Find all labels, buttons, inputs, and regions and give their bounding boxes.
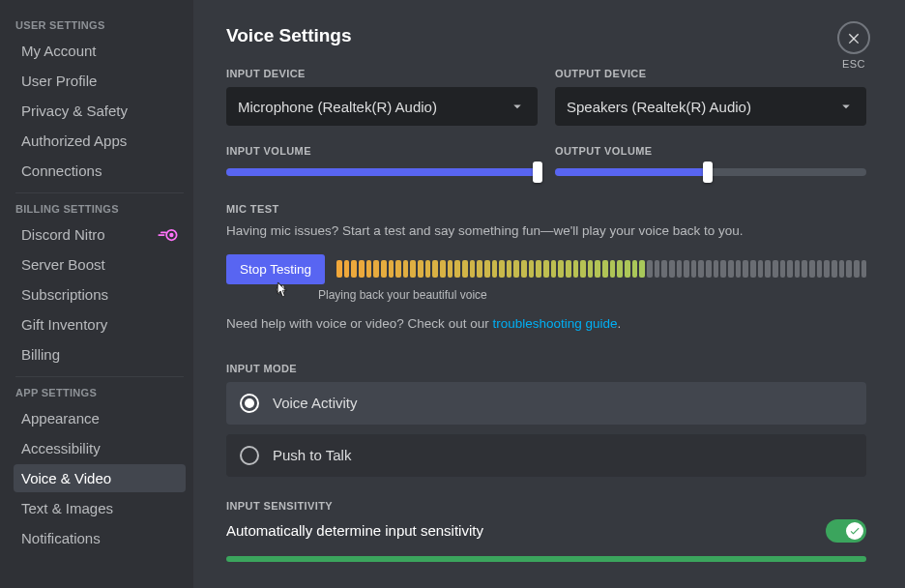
meter-segment <box>669 260 675 278</box>
meter-segment <box>425 260 431 278</box>
output-device-select[interactable]: Speakers (Realtek(R) Audio) <box>555 87 866 126</box>
sidebar-item-appearance[interactable]: Appearance <box>14 404 186 432</box>
slider-thumb[interactable] <box>703 162 713 183</box>
meter-segment <box>344 260 350 278</box>
meter-segment <box>499 260 505 278</box>
mic-test-helper: Having mic issues? Start a test and say … <box>226 222 866 241</box>
sidebar-item-label: Notifications <box>21 530 101 546</box>
sidebar-item-notifications[interactable]: Notifications <box>14 524 186 552</box>
input-mode-voice-activity[interactable]: Voice Activity <box>226 382 866 425</box>
troubleshooting-link[interactable]: troubleshooting guide <box>492 316 617 331</box>
meter-segment <box>691 260 697 278</box>
meter-segment <box>720 260 726 278</box>
sidebar-item-accessibility[interactable]: Accessibility <box>14 434 186 462</box>
close-button[interactable]: ESC <box>837 21 870 70</box>
meter-segment <box>861 260 867 278</box>
radio-label: Push to Talk <box>273 447 351 463</box>
meter-segment <box>625 260 630 278</box>
meter-segment <box>787 260 793 278</box>
meter-segment <box>809 260 815 278</box>
stop-testing-button[interactable]: Stop Testing <box>226 254 325 284</box>
input-volume-label: Input Volume <box>226 145 538 157</box>
meter-segment <box>381 260 387 278</box>
meter-segment <box>336 260 342 278</box>
meter-segment <box>492 260 498 278</box>
meter-segment <box>588 260 594 278</box>
meter-segment <box>750 260 756 278</box>
sidebar-item-label: Connections <box>21 162 102 179</box>
slider-thumb[interactable] <box>533 162 542 183</box>
meter-segment <box>373 260 379 278</box>
meter-segment <box>684 260 689 278</box>
sidebar-item-label: Discord Nitro <box>21 226 105 243</box>
meter-segment <box>765 260 771 278</box>
meter-segment <box>418 260 423 278</box>
meter-segment <box>395 260 401 278</box>
sidebar-item-label: Accessibility <box>21 440 101 456</box>
sidebar-item-text-images[interactable]: Text & Images <box>14 494 186 522</box>
meter-segment <box>817 260 823 278</box>
meter-segment <box>714 260 719 278</box>
sidebar-item-label: User Profile <box>21 73 97 89</box>
meter-segment <box>432 260 438 278</box>
sidebar-item-gift-inventory[interactable]: Gift Inventory <box>14 310 186 338</box>
sidebar-item-my-account[interactable]: My Account <box>14 37 186 65</box>
meter-segment <box>366 260 372 278</box>
meter-segment <box>573 260 579 278</box>
radio-icon <box>240 394 259 413</box>
sidebar-item-label: Subscriptions <box>21 286 108 303</box>
meter-segment <box>359 260 365 278</box>
mic-test-label: Mic Test <box>226 203 866 215</box>
meter-segment <box>521 260 527 278</box>
meter-segment <box>832 260 837 278</box>
sidebar-section-header: User Settings <box>14 19 186 37</box>
sidebar-item-label: Appearance <box>21 410 100 426</box>
meter-segment <box>507 260 512 278</box>
input-volume-slider[interactable] <box>226 168 538 176</box>
meter-segment <box>410 260 416 278</box>
settings-sidebar: User SettingsMy AccountUser ProfilePriva… <box>0 0 193 588</box>
meter-segment <box>543 260 549 278</box>
meter-segment <box>802 260 807 278</box>
meter-segment <box>846 260 852 278</box>
meter-segment <box>529 260 535 278</box>
auto-sensitivity-label: Automatically determine input sensitivit… <box>226 522 483 539</box>
meter-segment <box>513 260 519 278</box>
sidebar-item-authorized-apps[interactable]: Authorized Apps <box>14 127 186 155</box>
meter-segment <box>839 260 845 278</box>
meter-segment <box>484 260 490 278</box>
sidebar-item-subscriptions[interactable]: Subscriptions <box>14 280 186 309</box>
sidebar-item-billing[interactable]: Billing <box>14 340 186 368</box>
auto-sensitivity-toggle[interactable] <box>826 519 866 543</box>
meter-segment <box>566 260 571 278</box>
meter-segment <box>780 260 786 278</box>
input-mode-push-to-talk[interactable]: Push to Talk <box>226 434 866 477</box>
meter-segment <box>403 260 409 278</box>
sidebar-item-voice-video[interactable]: Voice & Video <box>14 464 186 492</box>
meter-segment <box>610 260 616 278</box>
sidebar-item-label: Privacy & Safety <box>21 103 128 119</box>
sidebar-item-connections[interactable]: Connections <box>14 157 186 185</box>
sidebar-item-server-boost[interactable]: Server Boost <box>14 250 186 279</box>
meter-segment <box>477 260 482 278</box>
output-volume-label: Output Volume <box>555 145 866 157</box>
sidebar-section-header: Billing Settings <box>14 203 186 220</box>
input-sensitivity-label: Input Sensitivity <box>226 500 866 512</box>
meter-segment <box>647 260 653 278</box>
meter-segment <box>551 260 557 278</box>
sidebar-item-privacy-safety[interactable]: Privacy & Safety <box>14 97 186 125</box>
meter-segment <box>758 260 764 278</box>
mic-help-text: Need help with voice or video? Check out… <box>226 315 866 334</box>
page-title: Voice Settings <box>226 25 866 46</box>
meter-segment <box>698 260 704 278</box>
meter-segment <box>470 260 476 278</box>
input-device-select[interactable]: Microphone (Realtek(R) Audio) <box>226 87 538 126</box>
meter-segment <box>580 260 586 278</box>
meter-segment <box>706 260 712 278</box>
sidebar-item-discord-nitro[interactable]: Discord Nitro <box>14 220 186 249</box>
output-volume-slider[interactable] <box>555 168 866 176</box>
nitro-badge-icon <box>157 228 178 242</box>
cursor-icon <box>275 281 292 301</box>
sensitivity-bar <box>226 556 866 562</box>
sidebar-item-user-profile[interactable]: User Profile <box>14 67 186 95</box>
